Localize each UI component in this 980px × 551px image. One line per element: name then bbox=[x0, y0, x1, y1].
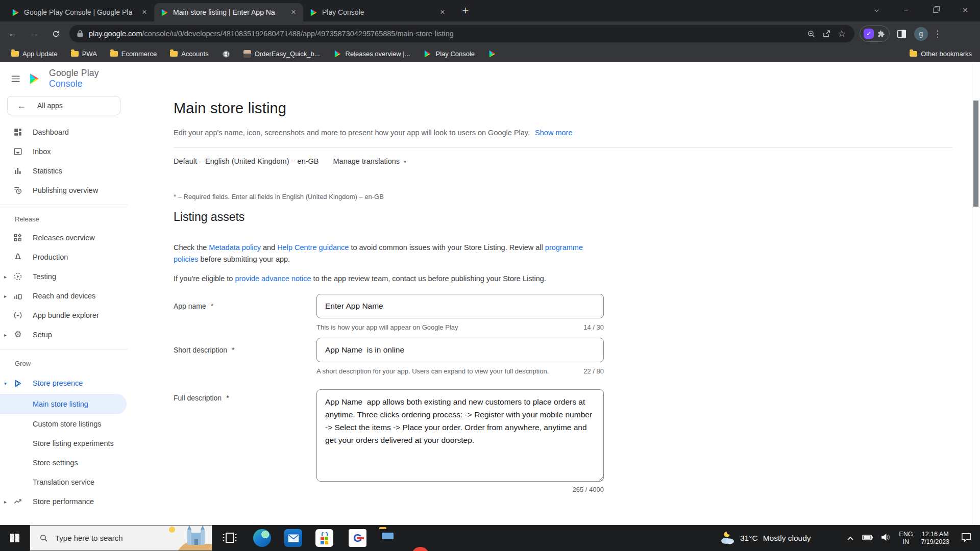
releases-overview-icon bbox=[13, 233, 22, 242]
address-bar[interactable]: play.google.com/console/u/0/developers/4… bbox=[69, 25, 854, 42]
tab-close-icon[interactable]: × bbox=[289, 8, 298, 17]
sidebar-item-translation-service[interactable]: Translation service bbox=[0, 472, 128, 492]
date: 7/19/2023 bbox=[921, 538, 949, 546]
sidebar-item-reach-and-devices[interactable]: ▸ Reach and devices bbox=[0, 286, 128, 306]
bookmark-play-icon-only[interactable] bbox=[488, 49, 497, 58]
all-apps-button[interactable]: ← All apps bbox=[7, 96, 120, 115]
full-description-textarea[interactable]: App Name app allows both existing and ne… bbox=[316, 389, 604, 482]
tab-title: Main store listing | Enter App Na bbox=[173, 8, 285, 16]
browser-menu-icon[interactable]: ⋮ bbox=[933, 29, 942, 39]
show-more-link[interactable]: Show more bbox=[535, 129, 572, 137]
hamburger-menu-icon[interactable] bbox=[11, 75, 20, 83]
tab-play-console[interactable]: Play Console × bbox=[303, 3, 452, 21]
sidebar-item-custom-store-listings[interactable]: Custom store listings bbox=[0, 414, 128, 434]
clock[interactable]: 12:16 AM 7/19/2023 bbox=[921, 531, 949, 546]
bookmark-globe[interactable] bbox=[222, 50, 230, 58]
bookmark-app-update[interactable]: App Update bbox=[11, 50, 58, 58]
sidebar-item-main-store-listing[interactable]: Main store listing bbox=[0, 394, 127, 414]
puzzle-extensions-icon[interactable] bbox=[877, 30, 886, 38]
sidebar-item-statistics[interactable]: Statistics bbox=[0, 161, 128, 181]
tab-close-icon[interactable]: × bbox=[140, 8, 149, 17]
manage-translations-button[interactable]: Manage translations ▾ bbox=[333, 157, 407, 165]
sidebar-item-dashboard[interactable]: Dashboard bbox=[0, 122, 128, 142]
side-panel-icon[interactable] bbox=[894, 26, 909, 41]
battery-icon[interactable] bbox=[862, 534, 873, 543]
tab-search-chevron-icon[interactable] bbox=[862, 0, 891, 20]
expand-caret-icon[interactable]: ▸ bbox=[4, 293, 7, 299]
temperature: 31°C bbox=[740, 534, 758, 543]
mail-icon[interactable] bbox=[284, 529, 302, 547]
close-window-button[interactable]: × bbox=[950, 0, 980, 20]
sidebar-item-store-settings[interactable]: Store settings bbox=[0, 453, 128, 472]
tab-google-play-console[interactable]: Google Play Console | Google Pla × bbox=[5, 3, 154, 21]
sidebar-item-inbox[interactable]: Inbox bbox=[0, 142, 128, 161]
forward-button[interactable]: → bbox=[26, 25, 43, 42]
play-logo-icon bbox=[28, 72, 41, 86]
taskbar-weather[interactable]: 31°C Mostly cloudy bbox=[720, 525, 811, 551]
chrome-profile-1-icon[interactable]: P bbox=[411, 547, 429, 551]
scrollbar-track[interactable] bbox=[972, 62, 980, 525]
advance-notice-paragraph: If you're eligible to provide advance no… bbox=[174, 274, 597, 283]
scrollbar-thumb[interactable] bbox=[973, 101, 978, 207]
minimize-button[interactable]: − bbox=[891, 0, 921, 20]
collapse-caret-icon[interactable]: ▾ bbox=[4, 381, 7, 386]
windows-logo-icon bbox=[10, 534, 19, 543]
start-button[interactable] bbox=[0, 525, 30, 551]
sidebar-item-publishing-overview[interactable]: Publishing overview bbox=[0, 181, 128, 200]
provide-advance-notice-link[interactable]: provide advance notice bbox=[235, 274, 311, 283]
full-description-label: Full description* bbox=[174, 394, 229, 402]
sidebar-label: Releases overview bbox=[33, 234, 95, 242]
share-icon[interactable] bbox=[819, 26, 834, 41]
sidebar-item-setup[interactable]: ▸ ⚙ Setup bbox=[0, 325, 128, 344]
restore-button[interactable] bbox=[921, 0, 950, 20]
bookmark-play-console[interactable]: Play Console bbox=[423, 49, 475, 58]
sidebar-item-app-bundle-explorer[interactable]: App bundle explorer bbox=[0, 306, 128, 325]
expand-caret-icon[interactable]: ▸ bbox=[4, 499, 7, 505]
expand-caret-icon[interactable]: ▸ bbox=[4, 332, 7, 338]
sidebar-item-testing[interactable]: ▸ Testing bbox=[0, 267, 128, 286]
task-view-button[interactable] bbox=[221, 529, 239, 547]
sidebar-item-store-listing-experiments[interactable]: Store listing experiments bbox=[0, 434, 128, 453]
expand-caret-icon[interactable]: ▸ bbox=[4, 274, 7, 280]
sidebar-item-store-presence[interactable]: ▾ Store presence bbox=[0, 372, 128, 394]
tray-chevron-up-icon[interactable] bbox=[847, 534, 854, 543]
microsoft-store-icon[interactable] bbox=[315, 529, 333, 547]
sidebar-item-store-performance[interactable]: ▸ Store performance bbox=[0, 492, 128, 511]
play-logo-icon bbox=[11, 8, 20, 17]
bookmark-ecommerce[interactable]: Ecommerce bbox=[110, 50, 157, 58]
short-description-input[interactable] bbox=[316, 338, 604, 362]
bookmark-accounts[interactable]: Accounts bbox=[170, 50, 208, 58]
text: to the app review team, contact us befor… bbox=[311, 274, 546, 283]
refresh-button[interactable] bbox=[47, 25, 64, 42]
back-button[interactable]: ← bbox=[4, 25, 21, 42]
sidebar-item-production[interactable]: Production bbox=[0, 247, 128, 267]
volume-icon[interactable] bbox=[880, 533, 891, 543]
edge-icon[interactable] bbox=[253, 529, 271, 547]
help-centre-guidance-link[interactable]: Help Centre guidance bbox=[277, 243, 349, 252]
time: 12:16 AM bbox=[921, 531, 949, 538]
language-indicator[interactable]: ENG IN bbox=[899, 531, 913, 546]
tab-close-icon[interactable]: × bbox=[438, 8, 447, 17]
bookmark-star-icon[interactable]: ☆ bbox=[834, 26, 849, 41]
helper-text: A short description for your app. Users … bbox=[316, 367, 549, 375]
bookmark-label: OrderEasy_Quick_b... bbox=[255, 50, 320, 58]
extension-icon[interactable]: ✓ bbox=[864, 29, 874, 39]
other-bookmarks[interactable]: Other bookmarks bbox=[910, 50, 972, 58]
zoom-out-icon[interactable] bbox=[803, 26, 819, 41]
action-center-icon[interactable] bbox=[961, 532, 972, 544]
g-app-icon[interactable]: G bbox=[349, 529, 366, 547]
bookmark-releases-overview[interactable]: Releases overview |... bbox=[333, 49, 410, 58]
browser-profile-avatar[interactable]: g bbox=[914, 27, 928, 41]
taskbar-search-box[interactable]: Type here to search bbox=[30, 525, 212, 551]
sidebar-group-release: Release bbox=[0, 210, 128, 228]
sidebar-item-releases-overview[interactable]: Releases overview bbox=[0, 228, 128, 247]
bookmark-ordereasy[interactable]: OrderEasy_Quick_b... bbox=[243, 50, 320, 58]
metadata-policy-link[interactable]: Metadata policy bbox=[209, 243, 261, 252]
tab-main-store-listing[interactable]: Main store listing | Enter App Na × bbox=[154, 3, 303, 21]
app-name-input[interactable] bbox=[316, 294, 604, 318]
bookmark-pwa[interactable]: PWA bbox=[71, 50, 97, 58]
file-explorer-icon[interactable] bbox=[379, 529, 397, 547]
lang-line2: IN bbox=[899, 538, 913, 546]
restore-icon bbox=[933, 8, 938, 13]
new-tab-button[interactable]: + bbox=[458, 4, 473, 18]
